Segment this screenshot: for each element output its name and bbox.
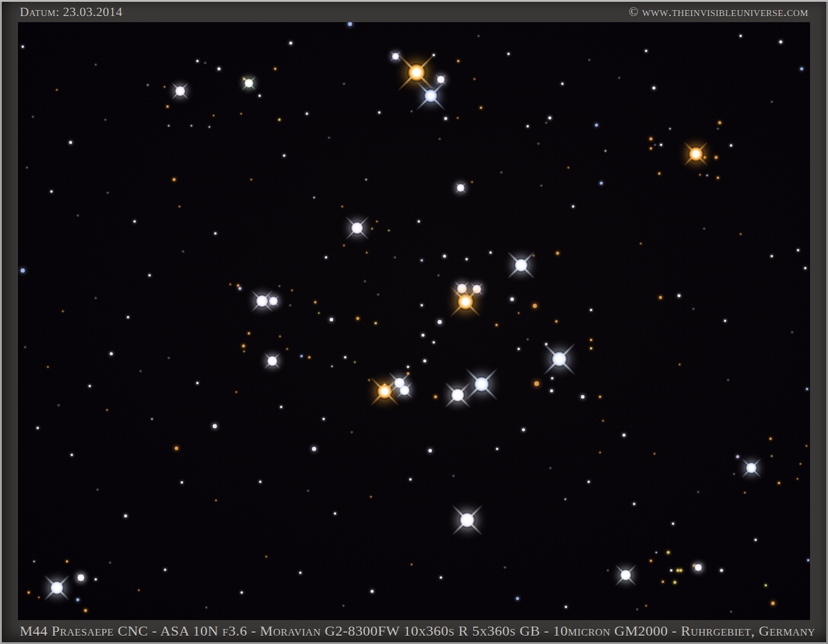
star bbox=[465, 258, 468, 260]
star-core bbox=[267, 356, 278, 367]
star bbox=[672, 523, 674, 525]
star bbox=[237, 284, 239, 287]
star bbox=[516, 597, 519, 600]
star bbox=[650, 560, 652, 562]
star bbox=[740, 233, 742, 235]
star-core bbox=[457, 293, 474, 311]
star bbox=[107, 192, 109, 194]
star bbox=[138, 590, 140, 591]
star bbox=[771, 602, 775, 605]
star bbox=[658, 172, 660, 175]
star bbox=[633, 503, 635, 505]
star bbox=[164, 569, 166, 571]
star bbox=[366, 179, 367, 181]
star bbox=[164, 86, 166, 88]
star bbox=[205, 62, 206, 64]
star-core bbox=[694, 563, 702, 572]
star bbox=[662, 581, 664, 583]
star bbox=[71, 454, 73, 456]
star bbox=[659, 296, 662, 299]
star bbox=[351, 432, 353, 433]
star bbox=[375, 322, 377, 324]
star bbox=[328, 137, 330, 139]
date-label: Datum: 23.03.2014 bbox=[20, 5, 123, 20]
star bbox=[670, 569, 672, 572]
star bbox=[77, 599, 80, 602]
star-core bbox=[391, 52, 400, 60]
star bbox=[95, 297, 97, 299]
star bbox=[58, 405, 60, 406]
star bbox=[209, 126, 211, 128]
star bbox=[541, 185, 543, 187]
star bbox=[504, 567, 506, 569]
star bbox=[77, 215, 79, 217]
star bbox=[287, 348, 288, 350]
star-core bbox=[50, 581, 64, 595]
star bbox=[605, 150, 607, 152]
star bbox=[378, 294, 379, 296]
star bbox=[720, 569, 723, 572]
star bbox=[717, 128, 719, 130]
star bbox=[241, 591, 243, 594]
star bbox=[693, 308, 695, 310]
star bbox=[533, 255, 535, 257]
star bbox=[179, 206, 181, 208]
star bbox=[674, 581, 677, 584]
star bbox=[546, 122, 547, 124]
star bbox=[806, 445, 808, 447]
star-core bbox=[399, 385, 410, 396]
star bbox=[698, 491, 699, 493]
star bbox=[771, 101, 773, 103]
star bbox=[151, 418, 153, 420]
star bbox=[47, 366, 49, 368]
star bbox=[522, 429, 525, 432]
star bbox=[274, 68, 276, 70]
star bbox=[21, 269, 25, 273]
star bbox=[175, 446, 178, 450]
star bbox=[69, 141, 72, 144]
star bbox=[280, 406, 282, 408]
star bbox=[438, 320, 442, 324]
star bbox=[434, 396, 437, 399]
star bbox=[445, 117, 448, 120]
star bbox=[214, 232, 217, 235]
star bbox=[95, 578, 97, 581]
star bbox=[549, 117, 552, 120]
star bbox=[147, 84, 149, 86]
star bbox=[568, 167, 570, 169]
star bbox=[308, 356, 310, 359]
star bbox=[109, 562, 111, 564]
star bbox=[572, 205, 574, 208]
star bbox=[667, 551, 670, 554]
star bbox=[36, 427, 39, 429]
star-core bbox=[175, 86, 186, 97]
star bbox=[807, 559, 809, 561]
star-core bbox=[269, 296, 279, 306]
star bbox=[291, 290, 293, 291]
star bbox=[196, 60, 199, 62]
star bbox=[148, 274, 151, 277]
star bbox=[62, 311, 64, 312]
star bbox=[533, 304, 537, 308]
star bbox=[290, 305, 291, 306]
star bbox=[372, 228, 373, 230]
star bbox=[433, 341, 435, 344]
star bbox=[769, 438, 772, 440]
star bbox=[496, 448, 498, 450]
star bbox=[369, 379, 370, 381]
star bbox=[371, 590, 374, 593]
star bbox=[213, 424, 217, 429]
star bbox=[656, 552, 657, 554]
star bbox=[236, 391, 238, 393]
star bbox=[771, 255, 773, 257]
star bbox=[655, 144, 656, 146]
star bbox=[258, 95, 261, 97]
star bbox=[607, 570, 609, 572]
star bbox=[780, 41, 783, 44]
star bbox=[590, 309, 592, 311]
star bbox=[724, 320, 726, 322]
star bbox=[507, 53, 510, 55]
star-core bbox=[77, 573, 85, 582]
star bbox=[166, 105, 169, 108]
star bbox=[140, 370, 142, 372]
